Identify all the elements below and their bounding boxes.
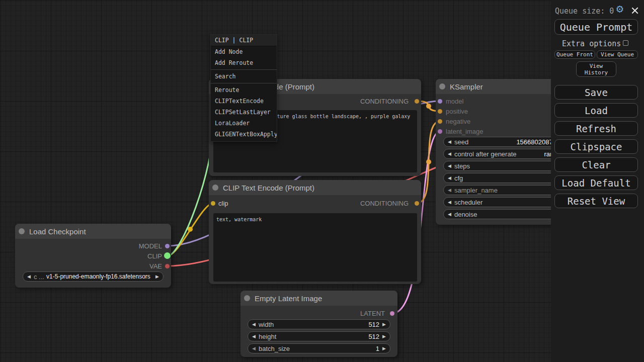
menu-item-search[interactable]: Search bbox=[211, 71, 277, 82]
node-clip-text-encode-2[interactable]: CLIP Text Encode (Prompt) clip CONDITION… bbox=[209, 180, 421, 284]
output-port-model[interactable] bbox=[165, 244, 170, 248]
collapse-dot-icon[interactable] bbox=[19, 228, 25, 234]
input-label-clip: clip bbox=[218, 200, 228, 207]
output-port-vae[interactable] bbox=[165, 264, 170, 268]
widget-value: 512 bbox=[274, 321, 379, 328]
left-arrow-icon[interactable]: ◀ bbox=[448, 161, 451, 171]
node-load-checkpoint-titlebar[interactable]: Load Checkpoint bbox=[15, 224, 171, 239]
input-port-clip[interactable] bbox=[211, 201, 215, 206]
prompt-textarea[interactable]: text, watermark bbox=[213, 213, 417, 282]
left-arrow-icon[interactable]: ◀ bbox=[448, 209, 451, 219]
output-label-vae: VAE bbox=[149, 262, 162, 270]
node-title: CLIP Text Encode (Prompt) bbox=[223, 184, 314, 192]
widget-label: steps bbox=[454, 162, 470, 170]
extra-options-label: Extra options bbox=[562, 39, 621, 48]
left-arrow-icon[interactable]: ◀ bbox=[252, 319, 256, 329]
collapse-dot-icon[interactable] bbox=[439, 83, 445, 89]
clipspace-button[interactable]: Clipspace bbox=[554, 139, 638, 154]
output-label-clip: CLIP bbox=[147, 252, 162, 260]
input-port-positive[interactable] bbox=[438, 109, 442, 114]
view-queue-button[interactable]: View Queue bbox=[597, 50, 638, 59]
output-port-conditioning[interactable] bbox=[415, 99, 419, 104]
node-clip2-titlebar[interactable]: CLIP Text Encode (Prompt) bbox=[209, 180, 421, 195]
menu-item-loraloader[interactable]: LoraLoader bbox=[211, 118, 277, 129]
view-history-line2: History bbox=[585, 69, 608, 76]
right-arrow-icon[interactable]: ▶ bbox=[155, 272, 159, 282]
view-history-line1: View bbox=[590, 63, 603, 69]
left-arrow-icon[interactable]: ◀ bbox=[448, 137, 451, 147]
input-label-negative: negative bbox=[446, 118, 470, 125]
menu-item-add-node[interactable]: Add Node bbox=[211, 46, 277, 57]
gear-icon[interactable]: ⚙ bbox=[616, 2, 623, 15]
left-arrow-icon[interactable]: ◀ bbox=[252, 331, 256, 341]
queue-front-button[interactable]: Queue Front bbox=[554, 50, 595, 59]
output-port-clip[interactable] bbox=[164, 252, 171, 259]
view-history-button[interactable]: View History bbox=[576, 61, 616, 77]
sidebar-menu: Queue size: 0 ⚙ Queue Prompt Extra optio… bbox=[551, 0, 644, 362]
wire-positive-dot[interactable] bbox=[426, 104, 431, 109]
load-default-button[interactable]: Load Default bbox=[554, 175, 638, 190]
right-arrow-icon[interactable]: ▶ bbox=[382, 343, 386, 353]
right-arrow-icon[interactable]: ▶ bbox=[382, 331, 386, 341]
node-title: Empty Latent Image bbox=[255, 294, 322, 303]
close-icon[interactable] bbox=[631, 7, 638, 14]
output-port-latent[interactable] bbox=[390, 311, 394, 316]
node-latent-titlebar[interactable]: Empty Latent Image bbox=[240, 291, 397, 306]
batch-size-widget[interactable]: ◀ batch_size 1 ▶ bbox=[248, 343, 390, 353]
node-title: Load Checkpoint bbox=[29, 227, 86, 236]
widget-label: height bbox=[259, 333, 276, 340]
right-arrow-icon[interactable]: ▶ bbox=[382, 319, 386, 329]
output-label-conditioning: CONDITIONING bbox=[360, 200, 409, 207]
wire-negative-dot[interactable] bbox=[426, 159, 431, 164]
input-label-positive: positive bbox=[446, 108, 468, 115]
left-arrow-icon[interactable]: ◀ bbox=[448, 185, 451, 195]
context-menu: CLIP | CLIP Add Node Add Reroute Search … bbox=[210, 34, 277, 142]
widget-label: width bbox=[259, 321, 274, 328]
left-arrow-icon[interactable]: ◀ bbox=[27, 272, 31, 282]
refresh-button[interactable]: Refresh bbox=[554, 121, 638, 136]
input-label-latent-image: latent_image bbox=[446, 128, 483, 135]
left-arrow-icon[interactable]: ◀ bbox=[448, 197, 451, 207]
save-button[interactable]: Save bbox=[554, 85, 638, 100]
reset-view-button[interactable]: Reset View bbox=[554, 194, 638, 208]
queue-prompt-button[interactable]: Queue Prompt bbox=[554, 19, 638, 35]
input-port-negative[interactable] bbox=[438, 119, 442, 124]
left-arrow-icon[interactable]: ◀ bbox=[448, 149, 451, 159]
output-port-conditioning[interactable] bbox=[415, 201, 419, 206]
comfyui-canvas: { "sidebar": { "queue_size": "Queue size… bbox=[0, 0, 644, 362]
widget-label: seed bbox=[454, 138, 468, 146]
widget-label: batch_size bbox=[259, 345, 290, 352]
queue-size-label: Queue size: 0 bbox=[555, 7, 614, 16]
collapse-dot-icon[interactable] bbox=[244, 295, 250, 301]
input-port-latent-image[interactable] bbox=[438, 129, 442, 134]
menu-item-cliptextencode[interactable]: CLIPTextEncode bbox=[211, 96, 277, 107]
widget-label: denoise bbox=[454, 211, 477, 218]
menu-divider bbox=[211, 83, 277, 83]
widget-value: v1-5-pruned-emaonly-fp16.safetensors bbox=[44, 273, 152, 280]
node-empty-latent-image[interactable]: Empty Latent Image LATENT ◀ width 512 ▶ … bbox=[240, 291, 397, 357]
widget-label: control after generate bbox=[454, 150, 517, 158]
menu-item-reroute[interactable]: Reroute bbox=[211, 84, 277, 96]
collapse-dot-icon[interactable] bbox=[212, 185, 218, 191]
height-widget[interactable]: ◀ height 512 ▶ bbox=[248, 331, 390, 341]
input-port-model[interactable] bbox=[438, 99, 442, 104]
widget-label: sampler_name bbox=[454, 187, 498, 194]
menu-item-gligentextboxapply[interactable]: GLIGENTextBoxApply bbox=[211, 129, 277, 140]
widget-label: scheduler bbox=[454, 199, 482, 206]
extra-options-checkbox[interactable] bbox=[623, 40, 628, 46]
widget-label: c ... bbox=[34, 273, 44, 281]
width-widget[interactable]: ◀ width 512 ▶ bbox=[248, 319, 390, 329]
input-label-model: model bbox=[446, 98, 463, 105]
menu-item-clipsetlastlayer[interactable]: CLIPSetLastLayer bbox=[211, 107, 277, 118]
menu-item-add-reroute[interactable]: Add Reroute bbox=[211, 57, 277, 68]
widget-value: 1 bbox=[290, 345, 379, 352]
widget-value: 512 bbox=[276, 333, 379, 340]
node-title: KSampler bbox=[450, 82, 483, 91]
clear-button[interactable]: Clear bbox=[554, 157, 638, 172]
output-label-latent: LATENT bbox=[360, 310, 385, 317]
node-load-checkpoint[interactable]: Load Checkpoint MODEL CLIP VAE ◀ c ... v… bbox=[15, 224, 171, 288]
left-arrow-icon[interactable]: ◀ bbox=[252, 343, 256, 353]
ckpt-name-widget[interactable]: ◀ c ... v1-5-pruned-emaonly-fp16.safeten… bbox=[23, 272, 164, 282]
load-button[interactable]: Load bbox=[554, 103, 638, 118]
left-arrow-icon[interactable]: ◀ bbox=[448, 173, 451, 183]
